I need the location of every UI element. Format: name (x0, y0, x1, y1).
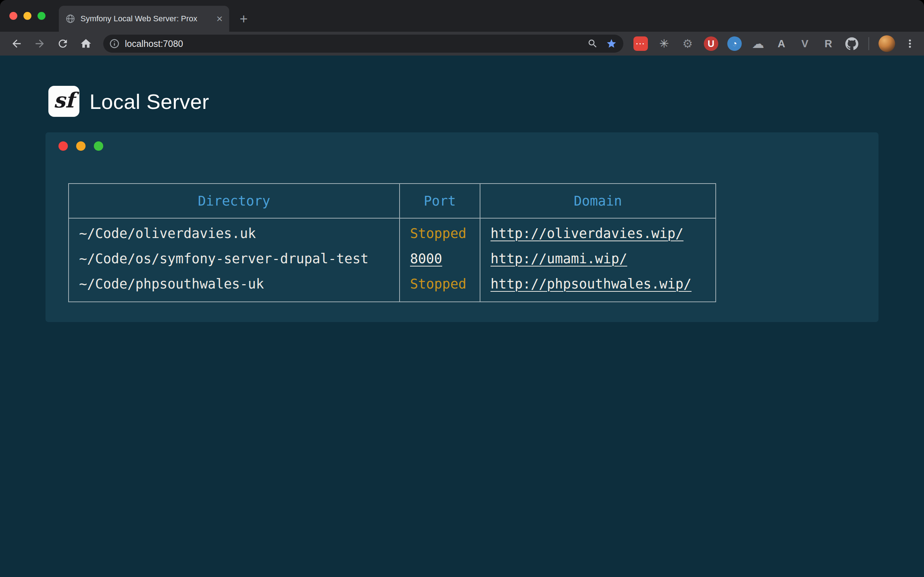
kebab-menu-icon (905, 38, 915, 49)
table-row: ~/Code/oliverdavies.uk Stopped http://ol… (69, 218, 716, 246)
domain-cell: http://oliverdavies.wip/ (480, 218, 716, 246)
asterisk-extension-icon[interactable]: ✳ (657, 36, 671, 51)
panel-dot-orange (76, 141, 86, 151)
new-tab-button[interactable]: + (236, 12, 251, 27)
directory-cell: ~/Code/phpsouthwales-uk (69, 271, 399, 302)
blue-circle-extension-icon[interactable]: ◔ (727, 36, 742, 51)
page-title: Local Server (89, 89, 209, 114)
profile-avatar[interactable] (879, 35, 895, 52)
servers-table: Directory Port Domain ~/Code/oliverdavie… (68, 183, 716, 302)
port-cell: Stopped (399, 271, 480, 302)
cloud-extension-icon[interactable]: ☁ (751, 36, 765, 51)
page-info-button[interactable] (109, 38, 120, 49)
brand-header: sf Local Server (48, 86, 209, 117)
symfony-logo: sf (48, 86, 79, 117)
back-icon (10, 37, 23, 50)
directory-cell: ~/Code/os/symfony-server-drupal-test (69, 246, 399, 271)
address-bar[interactable]: localhost:7080 (103, 35, 624, 53)
browser-window: Symfony Local Web Server: Prox × + (0, 0, 924, 577)
panel-dot-red (58, 141, 68, 151)
window-zoom-button[interactable] (37, 12, 45, 20)
forward-button[interactable] (32, 36, 47, 51)
panel-window-dots (58, 141, 103, 151)
port-cell: 8000 (399, 246, 480, 271)
column-header-directory: Directory (69, 184, 399, 218)
home-button[interactable] (79, 36, 93, 51)
domain-link[interactable]: http://oliverdavies.wip/ (491, 226, 683, 241)
column-header-port: Port (399, 184, 480, 218)
page-content: sf Local Server Directory Port Domain (0, 56, 924, 577)
home-icon (80, 37, 92, 50)
column-header-domain: Domain (480, 184, 716, 218)
forward-icon (34, 37, 46, 50)
domain-link[interactable]: http://phpsouthwales.wip/ (491, 276, 691, 292)
toolbar-separator (868, 37, 869, 50)
red-dots-extension-icon[interactable]: ··· (633, 36, 648, 51)
octocat-icon (845, 37, 858, 50)
domain-link[interactable]: http://umami.wip/ (491, 251, 627, 266)
globe-icon (65, 14, 76, 24)
extensions-bar: ··· ✳ ⚙ U ◔ ☁ A V R (633, 36, 859, 51)
window-minimize-button[interactable] (23, 12, 31, 20)
url-text: localhost:7080 (125, 39, 587, 49)
browser-toolbar: localhost:7080 ··· ✳ ⚙ U ◔ ☁ A V R (0, 32, 924, 56)
gear-extension-icon[interactable]: ⚙ (680, 36, 695, 51)
domain-cell: http://umami.wip/ (480, 246, 716, 271)
reload-button[interactable] (56, 36, 70, 51)
port-cell: Stopped (399, 218, 480, 246)
table-row: ~/Code/os/symfony-server-drupal-test 800… (69, 246, 716, 271)
zoom-magnifier-icon[interactable] (587, 38, 598, 49)
info-icon (109, 38, 120, 49)
port-status-stopped: Stopped (410, 276, 466, 292)
letter-r-extension-icon[interactable]: R (821, 36, 835, 51)
tab-title: Symfony Local Web Server: Prox (81, 14, 213, 23)
panel-dot-green (94, 141, 103, 151)
directory-cell: ~/Code/oliverdavies.uk (69, 218, 399, 246)
tab-close-icon[interactable]: × (216, 13, 223, 24)
letter-a-extension-icon[interactable]: A (774, 36, 789, 51)
browser-menu-button[interactable] (904, 36, 916, 51)
window-controls (10, 12, 45, 20)
letter-v-extension-icon[interactable]: V (798, 36, 812, 51)
github-octocat-extension-icon[interactable] (845, 36, 859, 51)
domain-cell: http://phpsouthwales.wip/ (480, 271, 716, 302)
table-header-row: Directory Port Domain (69, 184, 716, 218)
window-close-button[interactable] (10, 12, 17, 20)
port-link[interactable]: 8000 (410, 251, 442, 266)
server-panel: Directory Port Domain ~/Code/oliverdavie… (45, 132, 879, 322)
back-button[interactable] (10, 36, 24, 51)
browser-tab[interactable]: Symfony Local Web Server: Prox × (59, 6, 229, 32)
tab-strip: Symfony Local Web Server: Prox × + (0, 0, 924, 32)
reload-icon (57, 37, 69, 50)
table-row: ~/Code/phpsouthwales-uk Stopped http://p… (69, 271, 716, 302)
port-status-stopped: Stopped (410, 226, 466, 241)
bookmark-star-icon[interactable] (606, 38, 617, 49)
ublock-extension-icon[interactable]: U (704, 36, 718, 51)
